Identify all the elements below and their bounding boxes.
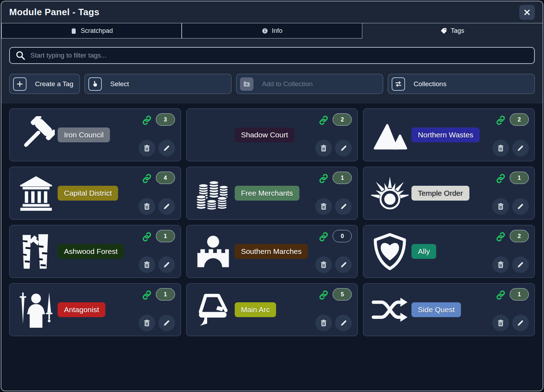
delete-tag-button[interactable] bbox=[139, 256, 155, 273]
search-bar bbox=[9, 47, 535, 64]
create-tag-button[interactable]: Create a Tag bbox=[9, 74, 80, 94]
edit-tag-button[interactable] bbox=[158, 140, 175, 156]
delete-tag-button[interactable] bbox=[492, 315, 509, 331]
edit-tag-button[interactable] bbox=[335, 140, 352, 156]
pencil-icon bbox=[163, 203, 170, 210]
link-count-badge: 1 bbox=[510, 172, 529, 184]
pencil-icon bbox=[340, 261, 347, 269]
select-button[interactable]: Select bbox=[84, 74, 232, 94]
edit-tag-button[interactable] bbox=[512, 256, 529, 273]
edit-tag-button[interactable] bbox=[335, 315, 352, 331]
collections-label: Collections bbox=[414, 80, 446, 88]
tag-card[interactable]: Capital District 4 bbox=[9, 167, 181, 220]
delete-tag-button[interactable] bbox=[315, 315, 332, 331]
tag-card[interactable]: Southern Marches 0 bbox=[186, 225, 358, 278]
link-icon bbox=[141, 173, 152, 184]
tab-info[interactable]: Info bbox=[182, 23, 362, 38]
card-actions bbox=[492, 315, 529, 331]
tag-card[interactable]: Shadow Court 2 bbox=[186, 108, 358, 161]
delete-tag-button[interactable] bbox=[139, 198, 155, 215]
edit-tag-button[interactable] bbox=[335, 198, 352, 215]
tag-grid: Iron Council 3 Shadow Court 2 bbox=[1, 103, 543, 391]
edit-tag-button[interactable] bbox=[158, 198, 175, 215]
trash-icon bbox=[320, 261, 328, 269]
tag-card[interactable]: Temple Order 1 bbox=[363, 167, 535, 220]
link-icon bbox=[495, 290, 506, 301]
tab-scratchpad[interactable]: Scratchpad bbox=[1, 23, 182, 38]
tab-tags[interactable]: Tags bbox=[362, 23, 543, 38]
link-icon bbox=[318, 173, 329, 184]
tag-card[interactable]: Ally 2 bbox=[363, 225, 535, 278]
module-panel-window: Module Panel - Tags Scratchpad Info Tags bbox=[1, 1, 543, 391]
link-count-badge: 3 bbox=[156, 113, 175, 126]
clipboard-icon bbox=[70, 28, 77, 34]
pencil-icon bbox=[340, 144, 347, 152]
tag-card[interactable]: Free Merchants 1 bbox=[186, 167, 358, 220]
card-actions bbox=[139, 256, 175, 273]
trash-icon bbox=[143, 202, 151, 210]
plus-icon bbox=[13, 77, 27, 91]
tag-name-pill: Ashwood Forest bbox=[58, 244, 124, 259]
tag-card[interactable]: Iron Council 3 bbox=[9, 108, 181, 161]
link-icon bbox=[495, 231, 506, 242]
card-actions bbox=[492, 140, 529, 156]
edit-tag-button[interactable] bbox=[158, 315, 175, 331]
delete-tag-button[interactable] bbox=[315, 256, 332, 273]
title-bar: Module Panel - Tags bbox=[1, 1, 543, 23]
swap-arrows-icon bbox=[392, 77, 405, 91]
trash-icon bbox=[143, 261, 151, 269]
delete-tag-button[interactable] bbox=[492, 198, 509, 215]
delete-tag-button[interactable] bbox=[315, 198, 332, 215]
folder-plus-icon bbox=[240, 77, 253, 91]
gavel-icon bbox=[14, 113, 58, 156]
pencil-icon bbox=[516, 144, 524, 152]
add-to-collection-button[interactable]: Add to Collection bbox=[236, 74, 383, 94]
tag-card[interactable]: Antagonist 1 bbox=[9, 283, 181, 336]
shield-heart-icon bbox=[368, 230, 411, 273]
tag-name-pill: Main Arc bbox=[235, 302, 276, 317]
controls-section: Create a Tag Select Add to Collection Co… bbox=[1, 38, 543, 103]
delete-tag-button[interactable] bbox=[315, 140, 332, 156]
delete-tag-button[interactable] bbox=[492, 256, 509, 273]
edit-tag-button[interactable] bbox=[512, 198, 529, 215]
pointer-icon bbox=[88, 77, 102, 91]
tab-label: Info bbox=[272, 27, 282, 35]
pencil-icon bbox=[163, 261, 170, 269]
birch-trees-icon bbox=[14, 230, 58, 273]
link-count-badge: 4 bbox=[156, 172, 175, 184]
card-actions bbox=[492, 256, 529, 273]
delete-tag-button[interactable] bbox=[139, 140, 155, 156]
link-count-badge: 0 bbox=[333, 230, 352, 242]
pencil-icon bbox=[516, 319, 524, 327]
tag-card[interactable]: Northern Wastes 2 bbox=[363, 108, 535, 161]
close-button[interactable] bbox=[519, 5, 535, 20]
tag-name-pill: Side Quest bbox=[411, 302, 461, 317]
link-count-badge: 1 bbox=[156, 230, 175, 242]
shuffle-icon bbox=[368, 288, 411, 331]
pencil-icon bbox=[516, 203, 524, 210]
link-count-badge: 2 bbox=[510, 230, 529, 242]
link-icon bbox=[495, 173, 506, 184]
tag-card[interactable]: Side Quest 1 bbox=[363, 283, 535, 336]
collections-button[interactable]: Collections bbox=[388, 74, 535, 94]
tab-label: Scratchpad bbox=[81, 27, 113, 35]
edit-tag-button[interactable] bbox=[512, 315, 529, 331]
link-icon bbox=[318, 231, 329, 242]
tag-card[interactable]: Main Arc 5 bbox=[186, 283, 358, 336]
edit-tag-button[interactable] bbox=[158, 256, 175, 273]
edit-tag-button[interactable] bbox=[335, 256, 352, 273]
create-tag-label: Create a Tag bbox=[35, 80, 73, 88]
link-count-badge: 5 bbox=[333, 288, 352, 301]
pencil-icon bbox=[516, 261, 524, 269]
trash-icon bbox=[143, 144, 151, 152]
select-label: Select bbox=[110, 80, 129, 88]
pencil-icon bbox=[163, 144, 170, 152]
edit-tag-button[interactable] bbox=[512, 140, 529, 156]
tag-card[interactable]: Ashwood Forest 1 bbox=[9, 225, 181, 278]
tag-name-pill: Ally bbox=[411, 244, 436, 259]
delete-tag-button[interactable] bbox=[492, 140, 509, 156]
delete-tag-button[interactable] bbox=[139, 315, 155, 331]
trash-icon bbox=[320, 202, 328, 210]
search-input[interactable] bbox=[30, 52, 529, 59]
tag-name-pill: Temple Order bbox=[411, 186, 469, 201]
